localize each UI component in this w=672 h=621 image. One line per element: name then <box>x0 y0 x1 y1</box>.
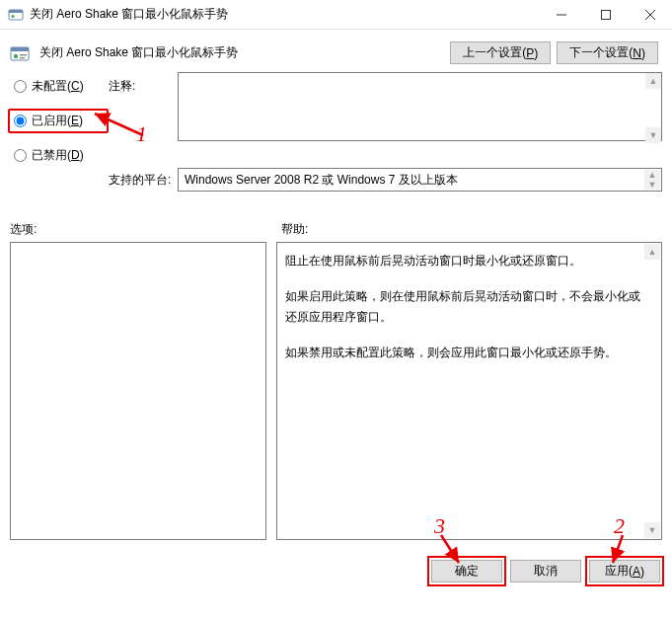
svg-rect-8 <box>11 47 29 51</box>
window-title: 关闭 Aero Shake 窗口最小化鼠标手势 <box>30 6 539 23</box>
app-icon <box>8 7 24 23</box>
radio-not-configured[interactable]: 未配置(C) <box>14 78 109 95</box>
minimize-button[interactable] <box>539 0 583 29</box>
help-scrollbar: ▲ ▼ <box>644 244 660 538</box>
comment-label: 注释: <box>109 72 178 95</box>
radio-enabled-input[interactable] <box>14 115 27 127</box>
radio-disabled-input[interactable] <box>14 149 27 162</box>
platform-text: Windows Server 2008 R2 或 Windows 7 及以上版本 <box>185 172 458 189</box>
platform-scrollbar: ▲ ▼ <box>644 170 660 190</box>
panels: 阻止在使用鼠标前后晃动活动窗口时最小化或还原窗口。 如果启用此策略，则在使用鼠标… <box>0 242 672 540</box>
window-controls <box>539 0 672 29</box>
platform-label: 支持的平台: <box>109 168 178 189</box>
scroll-up-icon: ▲ <box>644 170 660 180</box>
header-row: 关闭 Aero Shake 窗口最小化鼠标手势 上一个设置(P) 下一个设置(N… <box>0 30 672 72</box>
help-label: 帮助: <box>281 221 662 238</box>
svg-point-9 <box>14 53 18 57</box>
help-panel: 阻止在使用鼠标前后晃动活动窗口时最小化或还原窗口。 如果启用此策略，则在使用鼠标… <box>276 242 662 540</box>
cancel-button[interactable]: 取消 <box>510 560 581 582</box>
svg-rect-11 <box>20 57 25 58</box>
titlebar: 关闭 Aero Shake 窗口最小化鼠标手势 <box>0 0 672 30</box>
svg-line-14 <box>613 535 623 563</box>
page-title: 关闭 Aero Shake 窗口最小化鼠标手势 <box>39 44 440 61</box>
annotation-1: 1 <box>136 121 147 147</box>
svg-line-13 <box>441 535 459 563</box>
scroll-down-icon: ▼ <box>644 180 660 190</box>
svg-point-2 <box>11 14 14 17</box>
nav-buttons: 上一个设置(P) 下一个设置(N) <box>450 41 658 64</box>
help-paragraph: 阻止在使用鼠标前后晃动活动窗口时最小化或还原窗口。 <box>285 251 643 272</box>
svg-rect-4 <box>601 10 610 19</box>
options-panel <box>10 242 266 540</box>
mid-labels: 选项: 帮助: <box>0 192 672 242</box>
scroll-up-icon: ▲ <box>644 244 660 260</box>
radio-not-configured-input[interactable] <box>14 80 27 93</box>
apply-button[interactable]: 应用(A) <box>589 560 660 582</box>
close-button[interactable] <box>628 0 672 29</box>
options-label: 选项: <box>10 221 281 238</box>
help-paragraph: 如果启用此策略，则在使用鼠标前后晃动活动窗口时，不会最小化或还原应用程序窗口。 <box>285 286 643 329</box>
radio-disabled[interactable]: 已禁用(D) <box>14 147 109 164</box>
ok-button[interactable]: 确定 <box>431 560 502 582</box>
help-paragraph: 如果禁用或未配置此策略，则会应用此窗口最小化或还原手势。 <box>285 343 643 364</box>
comment-textarea[interactable] <box>178 72 662 141</box>
scroll-down-icon: ▼ <box>644 522 660 538</box>
prev-setting-button[interactable]: 上一个设置(P) <box>450 41 551 64</box>
svg-rect-10 <box>20 54 27 55</box>
policy-icon <box>10 43 30 63</box>
platform-box: Windows Server 2008 R2 或 Windows 7 及以上版本… <box>178 168 662 192</box>
svg-rect-1 <box>9 10 23 13</box>
footer: 3 2 确定 取消 应用(A) <box>0 540 672 592</box>
state-radio-group: 未配置(C) 已启用(E) 已禁用(D) <box>10 72 109 164</box>
maximize-button[interactable] <box>583 0 628 29</box>
next-setting-button[interactable]: 下一个设置(N) <box>557 41 658 64</box>
radio-enabled[interactable]: 已启用(E) <box>8 109 109 133</box>
